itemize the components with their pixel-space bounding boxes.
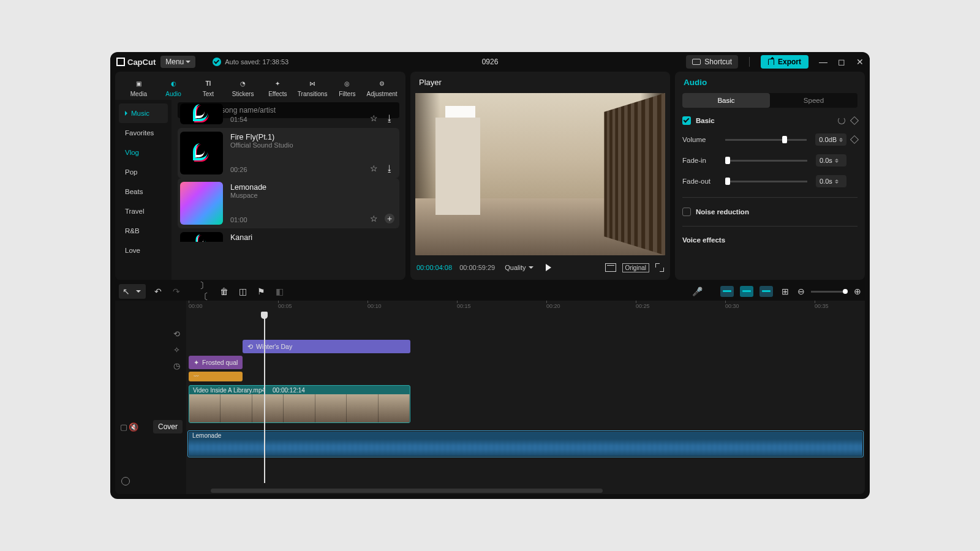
transitions-icon: ⋈ xyxy=(307,78,318,89)
zoom-out-button[interactable]: ⊖ xyxy=(797,287,805,296)
redo-button[interactable]: ↷ xyxy=(170,285,183,298)
mute-track-icon[interactable]: 🔇 xyxy=(129,422,138,432)
cat-effects[interactable]: ✦Effects xyxy=(260,75,295,100)
cat-adjustment[interactable]: ⚙Adjustment xyxy=(364,75,399,100)
pointer-tool[interactable]: ↖ xyxy=(120,285,132,298)
clock-icon[interactable] xyxy=(121,477,130,485)
marker-tool[interactable]: ◧ xyxy=(273,285,285,298)
keyframe-icon[interactable] xyxy=(850,135,859,144)
fadeout-input[interactable]: 0.0s xyxy=(816,175,846,187)
player-viewport[interactable] xyxy=(415,93,665,255)
ruler-mark: 00:35 xyxy=(815,303,829,309)
reset-icon[interactable] xyxy=(838,117,845,124)
video-clip-name: Video Inside A Library.mp4 xyxy=(193,387,265,394)
ratio-icon[interactable] xyxy=(605,263,616,272)
sidebar-item-pop[interactable]: Pop xyxy=(115,162,172,182)
align-tool[interactable]: ⊞ xyxy=(779,285,791,298)
cat-media[interactable]: ▣Media xyxy=(121,75,156,100)
song-item[interactable]: Lemonade Muspace 01:00 ☆ + xyxy=(178,178,399,228)
download-icon[interactable]: ⭳ xyxy=(385,163,394,173)
export-button[interactable]: Export xyxy=(761,55,809,69)
song-item[interactable]: Kanari Official Sound xyxy=(178,228,399,242)
cat-text[interactable]: TIText xyxy=(191,75,226,100)
export-icon xyxy=(768,59,774,65)
favorite-icon[interactable]: ☆ xyxy=(369,163,379,173)
song-item[interactable]: 01:54 ☆ ⭳ xyxy=(178,101,399,128)
snap-button-1[interactable] xyxy=(720,286,734,297)
keyboard-icon xyxy=(692,59,701,65)
flag-tool[interactable]: ⚑ xyxy=(255,285,267,298)
song-item[interactable]: Fire Fly(Pt.1) Official Sound Studio 00:… xyxy=(178,128,399,178)
cat-stickers[interactable]: ◔Stickers xyxy=(225,75,260,100)
split-tool[interactable]: 〕〔 xyxy=(200,285,212,298)
timeline-tracks[interactable]: 00:00 00:05 00:10 00:15 00:20 00:25 00:3… xyxy=(186,301,865,494)
media-icon: ▣ xyxy=(133,78,144,89)
sidebar-item-music[interactable]: Music xyxy=(119,103,168,123)
keyframe-icon[interactable] xyxy=(850,116,859,125)
snap-button-3[interactable] xyxy=(760,286,773,297)
crop-tool[interactable]: ◫ xyxy=(236,285,249,298)
fadeout-slider[interactable] xyxy=(725,181,807,182)
sidebar-item-favorites[interactable]: Favorites xyxy=(115,123,172,143)
mic-button[interactable]: 🎤 xyxy=(691,285,703,298)
waveform xyxy=(189,439,862,456)
sidebar-item-rnb[interactable]: R&B xyxy=(115,221,172,241)
zoom-slider[interactable] xyxy=(811,291,848,293)
volume-slider[interactable] xyxy=(725,139,807,141)
delete-tool[interactable]: 🗑 xyxy=(218,285,230,298)
playhead[interactable] xyxy=(264,312,265,483)
close-button[interactable]: ✕ xyxy=(856,58,864,66)
fadein-input[interactable]: 0.0s xyxy=(816,154,846,167)
tab-speed[interactable]: Speed xyxy=(770,93,858,108)
original-button[interactable]: Original xyxy=(622,263,649,272)
cat-label: Stickers xyxy=(232,91,254,97)
fullscreen-button[interactable] xyxy=(655,263,664,272)
voice-label: Voice effects xyxy=(682,236,725,244)
sidebar-item-travel[interactable]: Travel xyxy=(115,201,172,221)
snap-button-2[interactable] xyxy=(740,286,753,297)
horizontal-scrollbar[interactable] xyxy=(211,489,603,493)
link-icon[interactable]: ⟲ xyxy=(172,329,181,339)
volume-input[interactable]: 0.0dB xyxy=(815,133,846,146)
filter-icon: ⟲ xyxy=(247,343,253,351)
cover-button[interactable]: Cover xyxy=(153,420,183,433)
zoom-fit-button[interactable]: ⊕ xyxy=(854,287,861,296)
tool-dropdown[interactable] xyxy=(132,285,145,298)
undo-button[interactable]: ↶ xyxy=(152,285,164,298)
text-icon: TI xyxy=(203,78,214,89)
fadeout-value: 0.0s xyxy=(820,178,832,185)
sidebar-item-beats[interactable]: Beats xyxy=(115,182,172,201)
expand-track-icon[interactable]: ▢ xyxy=(119,422,129,432)
add-icon[interactable]: + xyxy=(385,214,394,223)
effect-clip[interactable]: ✦ Frosted quality xyxy=(189,356,243,369)
quality-dropdown[interactable]: Quality xyxy=(505,264,533,271)
library-body: Music Favorites Vlog Pop Beats Travel R&… xyxy=(115,100,405,280)
cat-filters[interactable]: ◎Filters xyxy=(330,75,365,100)
download-icon[interactable]: ⭳ xyxy=(385,113,394,123)
tab-basic[interactable]: Basic xyxy=(682,93,770,108)
fadein-slider[interactable] xyxy=(725,160,807,162)
basic-checkbox[interactable] xyxy=(682,116,691,125)
sparkle-icon: ✦ xyxy=(194,359,199,367)
minimize-button[interactable]: — xyxy=(820,58,827,66)
adjustment-clip[interactable]: 〰 xyxy=(189,372,243,381)
audio-clip[interactable]: Lemonade xyxy=(187,430,864,457)
play-button[interactable] xyxy=(546,264,551,271)
favorite-icon[interactable]: ☆ xyxy=(369,214,379,223)
filter-clip[interactable]: ⟲ Winter's Day xyxy=(243,340,410,353)
sparkle-icon[interactable]: ✧ xyxy=(172,345,181,354)
menu-button[interactable]: Menu xyxy=(160,56,195,68)
noise-checkbox[interactable] xyxy=(682,208,691,216)
song-thumb xyxy=(180,103,223,124)
cat-transitions[interactable]: ⋈Transitions xyxy=(295,75,330,100)
cat-audio[interactable]: ◐Audio xyxy=(156,75,191,100)
ruler[interactable]: 00:00 00:05 00:10 00:15 00:20 00:25 00:3… xyxy=(186,301,865,312)
favorite-icon[interactable]: ☆ xyxy=(369,113,379,123)
clock-icon-2[interactable]: ◷ xyxy=(172,361,181,370)
shortcut-button[interactable]: Shortcut xyxy=(686,55,738,69)
sidebar-item-vlog[interactable]: Vlog xyxy=(115,143,172,162)
sidebar-item-love[interactable]: Love xyxy=(115,241,172,260)
video-clip[interactable]: Video Inside A Library.mp4 00:00:12:14 xyxy=(189,385,410,423)
maximize-button[interactable]: ◻ xyxy=(838,58,845,66)
player-controls: 00:00:04:08 00:00:59:29 Quality Original xyxy=(410,255,670,280)
